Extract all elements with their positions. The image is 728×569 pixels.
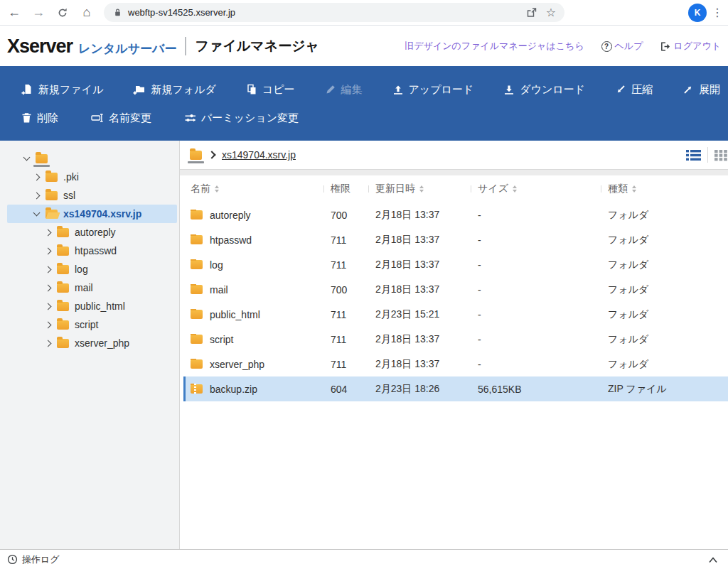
tree-item-label: mail	[75, 282, 93, 293]
brand-divider	[185, 37, 186, 55]
file-size: -	[471, 259, 601, 271]
logout-link[interactable]: ログアウト	[660, 40, 721, 53]
rename-icon	[91, 112, 104, 124]
file-type: フォルダ	[601, 234, 728, 246]
download-button[interactable]: ダウンロード	[503, 83, 585, 97]
tree-chevron-icon[interactable]	[21, 157, 31, 160]
file-size: 56,615KB	[471, 384, 601, 395]
file-name: htpasswd	[210, 234, 252, 246]
file-name: backup.zip	[210, 384, 257, 395]
new-file-button[interactable]: 新規ファイル	[21, 83, 103, 97]
address-bar[interactable]: webftp-sv14525.xserver.jp ☆	[104, 3, 564, 22]
tree-item-label: autoreply	[75, 227, 116, 238]
table-row[interactable]: mail 700 2月18日 13:37 - フォルダ	[183, 277, 728, 302]
reload-icon[interactable]	[53, 3, 73, 23]
tree-item-label: ssl	[63, 190, 75, 201]
file-size: -	[471, 359, 601, 370]
old-design-link[interactable]: 旧デザインのファイルマネージャはこちら	[405, 40, 584, 53]
table-row[interactable]: autoreply 700 2月18日 13:37 - フォルダ	[183, 202, 728, 227]
tree-item[interactable]: script	[7, 315, 177, 334]
file-permissions: 700	[323, 284, 368, 296]
edit-button[interactable]: 編集	[325, 83, 363, 97]
table-row[interactable]: script 711 2月18日 13:37 - フォルダ	[183, 327, 728, 352]
file-type-icon	[191, 359, 203, 369]
file-type-icon	[191, 210, 203, 220]
file-table-header: 名前 権限 更新日時 サイズ 種類	[183, 175, 728, 202]
tree-chevron-icon[interactable]	[43, 267, 53, 272]
table-row[interactable]: backup.zip 604 2月23日 18:26 56,615KB ZIP …	[183, 376, 728, 401]
tree-item[interactable]: ssl	[7, 186, 177, 205]
file-modified: 2月18日 13:37	[368, 358, 471, 371]
share-icon[interactable]	[525, 7, 537, 18]
column-header-size[interactable]: サイズ	[471, 183, 601, 195]
sort-icon	[419, 185, 424, 193]
tree-chevron-icon[interactable]	[43, 341, 53, 346]
file-type: フォルダ	[601, 358, 728, 371]
tree-item-label: script	[75, 319, 98, 330]
tree-item[interactable]: xs149704.xsrv.jp	[7, 205, 177, 223]
tree-item[interactable]: xserver_php	[7, 334, 177, 352]
url-text[interactable]: webftp-sv14525.xserver.jp	[128, 7, 517, 18]
forward-icon[interactable]: →	[28, 3, 48, 23]
table-row[interactable]: xserver_php 711 2月18日 13:37 - フォルダ	[183, 352, 728, 376]
table-row[interactable]: public_html 711 2月23日 15:21 - フォルダ	[183, 302, 728, 327]
compress-button[interactable]: 圧縮	[615, 83, 653, 97]
file-type: フォルダ	[601, 308, 728, 321]
log-expand-chevron-icon[interactable]	[708, 556, 718, 564]
tree-item-label: log	[75, 264, 88, 275]
clock-icon	[7, 554, 18, 565]
lock-icon	[112, 7, 123, 18]
file-table-body: autoreply 700 2月18日 13:37 - フォルダ htpassw…	[183, 202, 728, 401]
tree-folder-icon	[36, 154, 48, 163]
tree-chevron-icon[interactable]	[43, 286, 53, 291]
tree-chevron-icon[interactable]	[43, 304, 53, 309]
bookmark-star-icon[interactable]: ☆	[546, 6, 556, 19]
home-icon[interactable]: ⌂	[77, 3, 97, 23]
tree-item[interactable]: log	[7, 260, 177, 278]
avatar[interactable]: K	[688, 4, 707, 22]
tree-chevron-icon[interactable]	[43, 230, 53, 235]
file-size: -	[471, 284, 601, 296]
file-permissions: 711	[323, 234, 368, 246]
tree-chevron-icon[interactable]	[43, 249, 53, 254]
breadcrumb-current-link[interactable]: xs149704.xsrv.jp	[222, 149, 296, 161]
tree-chevron-icon[interactable]	[31, 175, 41, 180]
root-folder-icon[interactable]	[190, 151, 202, 160]
brand-sublogo: レンタルサーバー	[78, 40, 176, 57]
column-header-modified[interactable]: 更新日時	[368, 183, 471, 195]
tree-item[interactable]	[7, 149, 177, 168]
column-header-permissions[interactable]: 権限	[323, 183, 368, 195]
column-header-name[interactable]: 名前	[183, 183, 323, 195]
file-type-icon	[191, 335, 203, 344]
tree-item-label: htpasswd	[75, 245, 117, 256]
column-header-type[interactable]: 種類	[601, 183, 728, 195]
tree-item[interactable]: autoreply	[7, 223, 177, 242]
tree-folder-icon	[46, 191, 58, 200]
tree-item[interactable]: .pki	[7, 168, 177, 186]
back-icon[interactable]: ←	[4, 3, 24, 23]
list-view-icon[interactable]	[686, 149, 701, 161]
new-folder-button[interactable]: 新規フォルダ	[133, 83, 215, 97]
permissions-button[interactable]: パーミッション変更	[184, 112, 299, 125]
grid-view-icon[interactable]	[714, 149, 728, 161]
copy-button[interactable]: コピー	[246, 83, 295, 97]
new-folder-icon	[133, 84, 146, 96]
upload-button[interactable]: アップロード	[392, 83, 474, 97]
expand-button[interactable]: 展開	[682, 83, 720, 97]
table-row[interactable]: log 711 2月18日 13:37 - フォルダ	[183, 252, 728, 277]
tree-chevron-icon[interactable]	[31, 212, 41, 215]
tree-item[interactable]: public_html	[7, 297, 177, 315]
file-name: mail	[210, 284, 228, 296]
delete-button[interactable]: 削除	[21, 112, 58, 125]
file-type: ZIP ファイル	[601, 383, 728, 396]
rename-button[interactable]: 名前変更	[91, 112, 151, 125]
tree-chevron-icon[interactable]	[31, 193, 41, 198]
edit-pencil-icon	[325, 84, 336, 95]
tree-chevron-icon[interactable]	[43, 323, 53, 327]
help-link[interactable]: ? ヘルプ	[601, 40, 643, 53]
file-name: autoreply	[210, 210, 251, 221]
browser-menu-icon[interactable]: ⋮	[711, 6, 724, 19]
table-row[interactable]: htpasswd 711 2月18日 13:37 - フォルダ	[183, 227, 728, 252]
tree-item[interactable]: htpasswd	[7, 242, 177, 260]
tree-item[interactable]: mail	[7, 278, 177, 297]
